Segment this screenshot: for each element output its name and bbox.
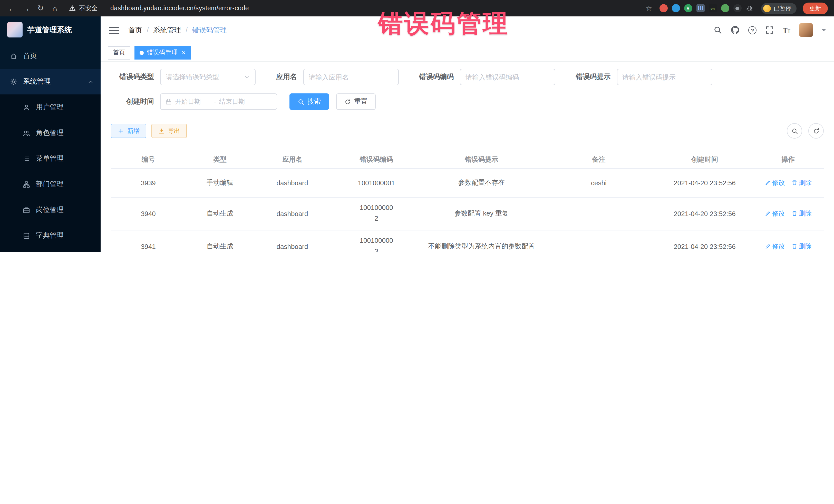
sidebar-item-system[interactable]: 系统管理	[0, 69, 101, 94]
sidebar-item-posts[interactable]: 岗位管理	[0, 197, 101, 223]
add-button[interactable]: 新增	[111, 124, 146, 138]
error-hint-input[interactable]	[622, 73, 706, 81]
filter-label-app: 应用名	[276, 72, 297, 82]
table-row: 3941 自动生成 dashboard 1001000003 不能删除类型为系统…	[111, 230, 824, 252]
cell-type: 自动生成	[186, 197, 254, 230]
breadcrumb-separator: /	[186, 26, 188, 34]
toggle-search-button[interactable]	[787, 123, 802, 138]
sidebar-item-users[interactable]: 用户管理	[0, 94, 101, 120]
browser-home-icon[interactable]: ⌂	[49, 3, 61, 14]
table-toolbar: 新增 导出	[111, 123, 824, 138]
security-chip[interactable]: 不安全	[69, 4, 97, 13]
end-date-input[interactable]	[219, 98, 255, 105]
extension-icon[interactable]: on	[708, 4, 717, 12]
delete-button[interactable]: 删除	[791, 242, 812, 251]
refresh-table-button[interactable]	[808, 123, 824, 138]
start-date-input[interactable]	[175, 98, 211, 105]
tab-close-icon[interactable]: ×	[182, 49, 185, 56]
browser-profile-chip[interactable]: 已暂停	[761, 3, 796, 14]
app-logo: 芋道管理系统	[0, 17, 101, 43]
cell-code: 1001000001	[331, 168, 422, 197]
extension-icon[interactable]	[721, 4, 729, 12]
sidebar-toggle-icon[interactable]	[109, 24, 119, 36]
avatar-caret-icon[interactable]	[822, 29, 826, 33]
breadcrumb-separator: /	[147, 26, 149, 34]
sidebar-item-menus[interactable]: 菜单管理	[0, 146, 101, 171]
edit-button[interactable]: 修改	[765, 209, 785, 218]
address-bar[interactable]: dashboard.yudao.iocoder.cn/system/error-…	[110, 5, 249, 12]
cell-type: 自动生成	[186, 230, 254, 252]
sidebar-item-roles[interactable]: 角色管理	[0, 120, 101, 146]
sidebar-item-label: 首页	[23, 51, 37, 61]
browser-forward-icon[interactable]: →	[21, 3, 32, 14]
screen: ← → ↻ ⌂ 不安全 dashboard.yudao.iocoder.cn/s…	[0, 0, 834, 252]
delete-button[interactable]: 删除	[791, 178, 812, 187]
user-avatar[interactable]	[799, 23, 813, 37]
tab-error-codes[interactable]: 错误码管理 ×	[134, 46, 191, 59]
briefcase-icon	[23, 206, 30, 214]
sidebar-item-label: 部门管理	[36, 180, 64, 189]
cell-remark: ceshi	[541, 168, 657, 197]
extension-icon[interactable]	[696, 4, 704, 12]
sidebar-item-home[interactable]: 首页	[0, 43, 101, 69]
filter-label-type: 错误码类型	[111, 72, 154, 82]
extension-icon[interactable]	[733, 4, 741, 12]
sidebar-item-departments[interactable]: 部门管理	[0, 171, 101, 197]
org-tree-icon	[23, 180, 30, 188]
date-range-picker[interactable]: -	[160, 93, 277, 110]
error-type-select[interactable]: 请选择错误码类型	[160, 69, 256, 85]
select-placeholder: 请选择错误码类型	[166, 72, 219, 82]
cell-id: 3940	[111, 197, 186, 230]
sidebar-menu: 首页 系统管理 用户管理 角色管理 菜单管理	[0, 43, 101, 252]
extension-icon[interactable]	[659, 4, 667, 12]
browser-update-button[interactable]: 更新	[803, 2, 828, 14]
reset-button[interactable]: 重置	[336, 93, 376, 110]
edit-button[interactable]: 修改	[765, 242, 785, 251]
extension-icon[interactable]: V	[684, 4, 692, 12]
browser-back-icon[interactable]: ←	[6, 3, 18, 14]
menu-list-icon	[23, 155, 30, 162]
book-icon	[23, 232, 30, 239]
search-button[interactable]: 搜索	[289, 93, 329, 110]
breadcrumb-section[interactable]: 系统管理	[153, 25, 181, 35]
sidebar-item-notices[interactable]: 通知公告	[0, 248, 101, 252]
error-code-input[interactable]	[465, 73, 550, 81]
edit-button[interactable]: 修改	[765, 178, 785, 187]
breadcrumb-current: 错误码管理	[192, 25, 227, 35]
cell-hint: 参数配置不存在	[422, 168, 541, 197]
font-size-icon[interactable]: TT	[783, 26, 790, 34]
help-icon[interactable]: ?	[749, 26, 757, 34]
sidebar-item-label: 菜单管理	[36, 154, 64, 163]
profile-label: 已暂停	[774, 4, 791, 12]
col-header-time: 创建时间	[657, 151, 752, 168]
extensions-puzzle-icon[interactable]	[745, 4, 754, 12]
delete-icon	[791, 211, 797, 217]
sidebar-item-dictionary[interactable]: 字典管理	[0, 223, 101, 248]
gear-icon	[10, 78, 18, 85]
table-row: 3939 手动编辑 dashboard 1001000001 参数配置不存在 c…	[111, 168, 824, 197]
delete-icon	[791, 243, 797, 249]
col-header-hint: 错误码提示	[422, 151, 541, 168]
delete-button[interactable]: 删除	[791, 209, 812, 218]
bookmark-star-icon[interactable]: ☆	[646, 4, 652, 12]
annotation-title: 错误码管理	[378, 7, 509, 40]
edit-icon	[765, 243, 771, 249]
extension-icon[interactable]	[672, 4, 680, 12]
edit-icon	[765, 211, 771, 217]
app-name-input[interactable]	[309, 73, 393, 81]
fullscreen-icon[interactable]	[766, 26, 774, 35]
sidebar-item-label: 系统管理	[23, 77, 51, 86]
users-icon	[23, 129, 30, 137]
breadcrumb-home[interactable]: 首页	[128, 25, 142, 35]
tab-home[interactable]: 首页	[108, 46, 130, 59]
table-header-row: 编号 类型 应用名 错误码编码 错误码提示 备注 创建时间 操作	[111, 151, 824, 168]
col-header-code: 错误码编码	[331, 151, 422, 168]
col-header-app: 应用名	[254, 151, 330, 168]
github-icon[interactable]	[731, 26, 740, 35]
cell-time: 2021-04-20 23:52:56	[657, 197, 752, 230]
cell-id: 3939	[111, 168, 186, 197]
browser-reload-icon[interactable]: ↻	[35, 3, 46, 14]
search-icon[interactable]	[714, 26, 722, 35]
export-button[interactable]: 导出	[151, 124, 187, 138]
profile-avatar	[763, 4, 771, 12]
